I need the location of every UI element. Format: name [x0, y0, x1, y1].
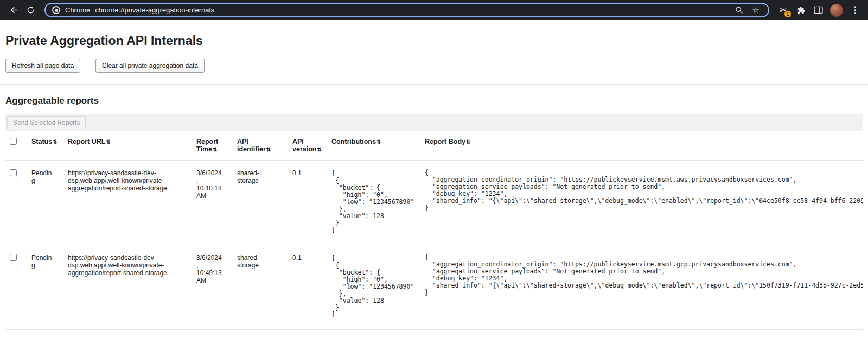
reports-toolbar: Send Selected Reports [5, 114, 863, 131]
report-body-json: { "aggregation_coordinator_origin": "htt… [425, 169, 848, 212]
row-checkbox[interactable] [10, 169, 17, 176]
clear-all-button[interactable]: Clear all private aggregation data [95, 59, 205, 73]
sort-icon: ⇅ [376, 139, 381, 145]
header-label: Report URL [68, 138, 105, 145]
report-body-cell: { "aggregation_coordinator_origin": "htt… [425, 245, 863, 330]
report-time-cell: 3/6/2024, 10:10:18 AM [196, 161, 237, 245]
report-url-cell: https://privacy-sandcastle-dev-dsp.web.a… [68, 245, 196, 330]
row-checkbox-cell [5, 245, 31, 330]
page-title: Private Aggregation API Internals [5, 34, 863, 48]
table-header-row: Status⇅ Report URL⇅ Report Time⇅ API ide… [5, 131, 863, 161]
report-body-json: { "aggregation_coordinator_origin": "htt… [425, 254, 848, 296]
search-icon[interactable] [733, 4, 745, 16]
row-checkbox-cell [5, 161, 31, 245]
reports-table: Status⇅ Report URL⇅ Report Time⇅ API ide… [5, 131, 863, 330]
header-status[interactable]: Status⇅ [31, 131, 68, 161]
header-report-time[interactable]: Report Time⇅ [196, 131, 237, 161]
header-report-url[interactable]: Report URL⇅ [68, 131, 196, 161]
api-identifier-cell: shared-storage [237, 161, 292, 245]
sort-icon: ⇅ [466, 139, 470, 145]
api-identifier-cell: shared-storage [237, 245, 292, 330]
omnibox[interactable]: Chrome chrome://private-aggregation-inte… [44, 3, 769, 17]
report-time-cell: 3/6/2024, 10:49:13 AM [196, 245, 237, 330]
select-all-checkbox[interactable] [10, 138, 17, 145]
sort-icon: ⇅ [317, 146, 321, 152]
contributions-json: [ { "bucket": { "high": "0", "low": "123… [331, 170, 411, 234]
select-all-cell [5, 131, 31, 161]
header-contributions[interactable]: Contributions⇅ [331, 131, 425, 161]
status-cell: Pending [31, 245, 68, 330]
header-api-identifier[interactable]: API identifier⇅ [237, 131, 292, 161]
report-body-cell: { "aggregation_coordinator_origin": "htt… [425, 161, 863, 245]
send-selected-button[interactable]: Send Selected Reports [7, 116, 86, 129]
table-row: Pending https://privacy-sandcastle-dev-d… [5, 245, 863, 330]
contributions-cell: [ { "bucket": { "high": "0", "low": "123… [331, 245, 425, 330]
bookmark-star-icon[interactable]: ☆ [750, 4, 762, 16]
header-api-version[interactable]: API version⇅ [292, 131, 331, 161]
header-label: Report Body [425, 138, 465, 145]
row-checkbox[interactable] [10, 254, 17, 261]
contributions-cell: [ { "bucket": { "high": "0", "low": "123… [331, 161, 425, 245]
kebab-menu-icon[interactable]: ⋮ [847, 3, 863, 18]
page-actions: Refresh all page data Clear all private … [5, 59, 863, 73]
page-content: Private Aggregation API Internals Refres… [0, 34, 868, 330]
sort-icon: ⇅ [53, 139, 57, 145]
side-panel-icon[interactable] [810, 3, 826, 18]
header-label: API version [292, 138, 316, 153]
omnibox-site-label: Chrome [65, 6, 90, 14]
extension-badge: 1 [784, 11, 791, 17]
section-title: Aggregatable reports [5, 95, 863, 106]
api-version-cell: 0.1 [292, 245, 331, 330]
omnibox-url[interactable]: chrome://private-aggregation-internals [95, 6, 214, 14]
report-url-cell: https://privacy-sandcastle-dev-dsp.web.a… [68, 161, 196, 245]
header-report-body[interactable]: Report Body⇅ [425, 131, 863, 161]
sort-icon: ⇅ [266, 146, 271, 152]
status-cell: Pending [31, 161, 68, 245]
browser-toolbar: Chrome chrome://private-aggregation-inte… [0, 0, 868, 20]
header-label: Contributions [331, 138, 376, 145]
sort-icon: ⇅ [106, 139, 110, 145]
table-row: Pending https://privacy-sandcastle-dev-d… [5, 161, 863, 245]
contributions-json: [ { "bucket": { "high": "0", "low": "123… [331, 255, 411, 318]
chrome-logo-icon [52, 6, 60, 14]
divider [0, 84, 868, 85]
profile-avatar[interactable] [830, 4, 843, 17]
reload-icon[interactable] [23, 3, 38, 18]
sort-icon: ⇅ [213, 146, 217, 152]
header-label: Status [31, 138, 52, 145]
extension-scissors-icon[interactable]: ✂1 [776, 3, 791, 18]
refresh-all-button[interactable]: Refresh all page data [5, 59, 80, 73]
back-icon[interactable] [5, 3, 21, 18]
extensions-puzzle-icon[interactable] [793, 3, 808, 18]
api-version-cell: 0.1 [292, 161, 331, 245]
header-label: API identifier [237, 138, 266, 153]
